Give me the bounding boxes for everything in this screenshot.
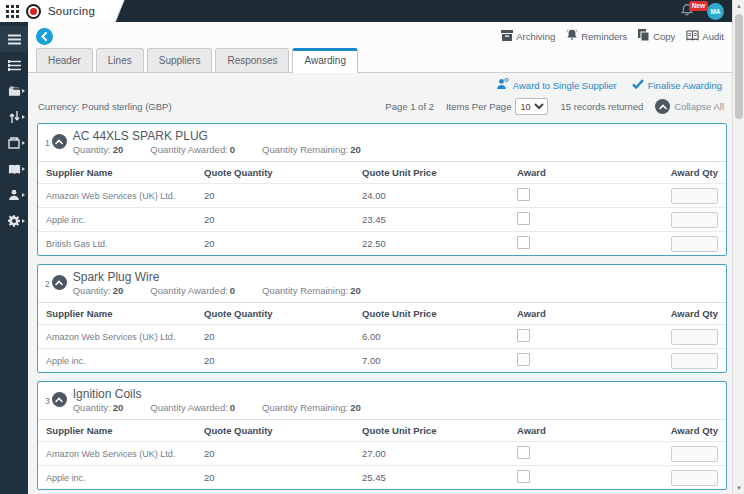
collapse-all-button[interactable]: Collapse All bbox=[655, 99, 724, 114]
quote-unit-price: 22.50 bbox=[362, 238, 517, 249]
table-row: Apple inc. 20 7.00 bbox=[38, 348, 726, 372]
quote-unit-price: 6.00 bbox=[362, 331, 517, 342]
copy-icon bbox=[638, 29, 650, 43]
col-award-qty: Award Qty bbox=[669, 308, 718, 319]
award-checkbox[interactable] bbox=[517, 212, 530, 225]
tab-suppliers[interactable]: Suppliers bbox=[147, 48, 213, 72]
quote-quantity: 20 bbox=[204, 331, 362, 342]
remaining-stat: Quantity Remaining:20 bbox=[262, 144, 361, 155]
collapse-toggle[interactable] bbox=[52, 134, 67, 149]
tab-lines[interactable]: Lines bbox=[96, 48, 144, 72]
award-supplier-icon bbox=[496, 78, 509, 92]
scroll-down-arrow[interactable]: ▼ bbox=[733, 482, 744, 494]
table-row: Apple inc. 20 25.45 bbox=[38, 465, 726, 489]
line-number: 3 bbox=[45, 396, 50, 413]
archiving-label: Archiving bbox=[516, 31, 555, 42]
col-quote-unit-price: Quote Unit Price bbox=[362, 308, 517, 319]
items-per-page-label: Items Per Page bbox=[446, 101, 511, 112]
list-icon[interactable] bbox=[0, 52, 28, 78]
reminders-button[interactable]: Reminders bbox=[566, 29, 627, 43]
tab-awarding[interactable]: Awarding bbox=[292, 48, 358, 73]
quote-quantity: 20 bbox=[204, 238, 362, 249]
quote-quantity: 20 bbox=[204, 214, 362, 225]
line-title: AC 44XLS SPARK PLUG bbox=[73, 129, 718, 143]
left-nav-sidebar bbox=[0, 22, 28, 494]
col-quote-quantity: Quote Quantity bbox=[204, 167, 362, 178]
remaining-stat: Quantity Remaining:20 bbox=[262, 402, 361, 413]
line-number: 2 bbox=[45, 279, 50, 296]
award-qty-input[interactable] bbox=[671, 329, 718, 345]
menu-icon[interactable] bbox=[0, 26, 28, 52]
col-award: Award bbox=[517, 425, 669, 436]
check-icon bbox=[632, 79, 644, 91]
user-avatar[interactable]: MA bbox=[707, 3, 724, 20]
reminders-label: Reminders bbox=[581, 31, 627, 42]
table-row: British Gas Ltd. 20 22.50 bbox=[38, 231, 726, 255]
items-per-page-select[interactable]: 10 bbox=[515, 98, 548, 115]
col-award: Award bbox=[517, 308, 669, 319]
supplier-name: Apple inc. bbox=[46, 215, 204, 225]
line-number: 1 bbox=[45, 138, 50, 155]
scroll-up-arrow[interactable]: ▲ bbox=[733, 0, 744, 12]
col-supplier-name: Supplier Name bbox=[46, 425, 204, 436]
package-icon[interactable] bbox=[0, 130, 28, 156]
copy-button[interactable]: Copy bbox=[638, 29, 675, 43]
user-icon[interactable] bbox=[0, 182, 28, 208]
company-logo bbox=[26, 4, 41, 19]
award-qty-input[interactable] bbox=[671, 446, 718, 462]
line-title: Ignition Coils bbox=[73, 387, 718, 401]
vertical-scrollbar[interactable]: ▲ ▼ bbox=[732, 0, 744, 494]
supplier-name: British Gas Ltd. bbox=[46, 239, 204, 249]
award-checkbox[interactable] bbox=[517, 446, 530, 459]
back-button[interactable] bbox=[36, 28, 53, 45]
currency-value: Pound sterling (GBP) bbox=[82, 101, 172, 112]
quote-quantity: 20 bbox=[204, 448, 362, 459]
audit-button[interactable]: Audit bbox=[686, 30, 724, 43]
table-header-row: Supplier Name Quote Quantity Quote Unit … bbox=[38, 302, 726, 324]
notifications-bell-icon[interactable]: New bbox=[680, 3, 700, 19]
contacts-book-icon[interactable] bbox=[0, 156, 28, 182]
quote-quantity: 20 bbox=[204, 472, 362, 483]
award-to-single-supplier-link[interactable]: Award to Single Supplier bbox=[496, 78, 617, 92]
award-checkbox[interactable] bbox=[517, 188, 530, 201]
app-grid-icon[interactable] bbox=[6, 5, 19, 18]
main-content: Archiving Reminders Copy Audit Header Li… bbox=[28, 22, 732, 494]
collapse-toggle[interactable] bbox=[52, 275, 67, 290]
table-row: Amazon Web Services (UK) Ltd. 20 6.00 bbox=[38, 324, 726, 348]
audit-label: Audit bbox=[702, 31, 724, 42]
award-qty-input[interactable] bbox=[671, 212, 718, 228]
finalise-awarding-link[interactable]: Finalise Awarding bbox=[632, 79, 722, 91]
collapse-all-icon bbox=[655, 99, 670, 114]
supplier-name: Amazon Web Services (UK) Ltd. bbox=[46, 332, 204, 342]
table-header-row: Supplier Name Quote Quantity Quote Unit … bbox=[38, 161, 726, 183]
supplier-name: Apple inc. bbox=[46, 473, 204, 483]
tab-responses[interactable]: Responses bbox=[215, 48, 289, 72]
archiving-button[interactable]: Archiving bbox=[501, 30, 555, 43]
currency-label: Currency: bbox=[38, 101, 79, 112]
tab-bar: Header Lines Suppliers Responses Awardin… bbox=[28, 48, 732, 73]
award-qty-input[interactable] bbox=[671, 236, 718, 252]
quote-unit-price: 27.00 bbox=[362, 448, 517, 459]
line-item-section-2: 2 Spark Plug Wire Quantity:20 Quantity A… bbox=[37, 264, 727, 373]
collapse-toggle[interactable] bbox=[52, 392, 67, 407]
scrollbar-thumb[interactable] bbox=[735, 14, 743, 119]
award-qty-input[interactable] bbox=[671, 188, 718, 204]
line-item-section-3: 3 Ignition Coils Quantity:20 Quantity Aw… bbox=[37, 381, 727, 490]
sort-arrows-icon[interactable] bbox=[0, 104, 28, 130]
award-qty-input[interactable] bbox=[671, 353, 718, 369]
records-returned: 15 records returned bbox=[560, 101, 643, 112]
table-row: Apple inc. 20 23.45 bbox=[38, 207, 726, 231]
award-checkbox[interactable] bbox=[517, 353, 530, 366]
award-checkbox[interactable] bbox=[517, 329, 530, 342]
finalise-label: Finalise Awarding bbox=[648, 80, 722, 91]
col-award-qty: Award Qty bbox=[669, 167, 718, 178]
award-checkbox[interactable] bbox=[517, 236, 530, 249]
table-row: Amazon Web Services (UK) Ltd. 20 27.00 bbox=[38, 441, 726, 465]
folder-icon[interactable] bbox=[0, 78, 28, 104]
quantity-stat: Quantity:20 bbox=[73, 285, 124, 296]
gear-icon[interactable] bbox=[0, 208, 28, 234]
award-qty-input[interactable] bbox=[671, 470, 718, 486]
archive-icon bbox=[501, 30, 513, 43]
award-checkbox[interactable] bbox=[517, 470, 530, 483]
tab-header[interactable]: Header bbox=[36, 48, 93, 72]
